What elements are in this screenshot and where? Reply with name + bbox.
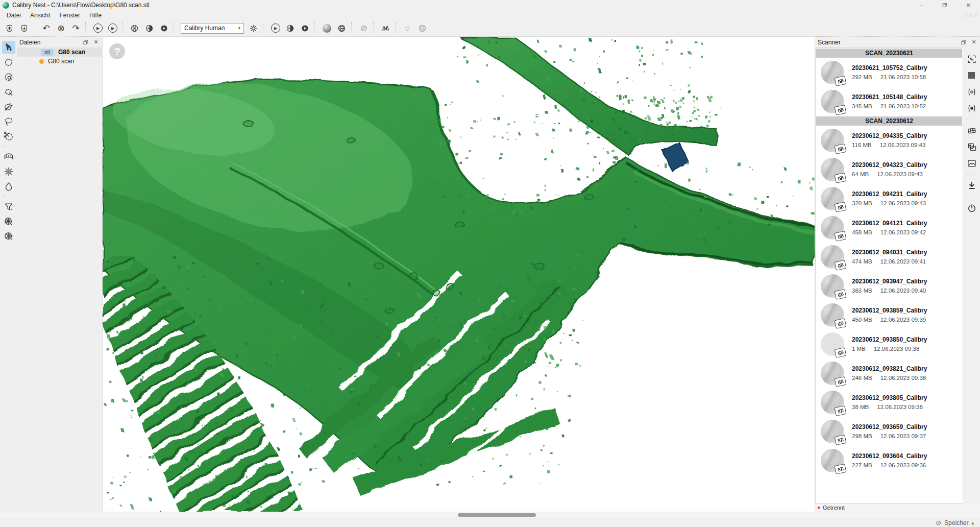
scan-list-item[interactable]: 20230612_093604_Calibry 227 MB 12.06.202… xyxy=(816,446,963,475)
scan-date: 21.06.2023 10:58 xyxy=(880,74,926,80)
toolbar-separator xyxy=(351,22,354,34)
window-title: Calibry Nest - C:\Users\Flow\Desktop\G80… xyxy=(12,2,150,9)
stop-button[interactable] xyxy=(965,69,978,82)
scan-size: 320 MB xyxy=(852,200,872,206)
circle-selection-button[interactable] xyxy=(2,56,15,68)
scan-list-item[interactable]: 20230621_105752_Calibry 292 MB 21.06.202… xyxy=(816,58,963,87)
scan-list-item[interactable]: 20230612_093659_Calibry 298 MB 12.06.202… xyxy=(816,417,963,446)
file-tree-root-row[interactable]: stl G80 scan xyxy=(17,47,102,57)
scan-list-item[interactable]: 20230621_105148_Calibry 345 MB 21.06.202… xyxy=(816,87,963,116)
scan-title: 20230612_093947_Calibry xyxy=(852,278,927,285)
scan-thumbnail xyxy=(821,274,844,298)
scan-type-badge-icon xyxy=(834,318,846,329)
mesh-scan-button[interactable] xyxy=(157,21,172,35)
scan-thumbnail xyxy=(821,362,844,385)
restore-button[interactable] xyxy=(933,0,957,10)
scan-thumbnail xyxy=(821,187,844,210)
viewport-3d[interactable]: ? xyxy=(102,36,815,512)
show-meshes-button[interactable] xyxy=(965,124,978,137)
scan-list: SCAN_20230621 20230621_105752_Calibry 29… xyxy=(815,47,963,504)
file-tree-child-row[interactable]: G80 scan xyxy=(17,57,102,66)
scan-list-item[interactable]: 20230612_094231_Calibry 320 MB 12.06.202… xyxy=(816,184,963,213)
scan-list-item[interactable]: 20230612_093859_Calibry 450 MB 12.06.202… xyxy=(816,300,963,329)
scan-list-item[interactable]: 20230612_094335_Calibry 116 MB 12.06.202… xyxy=(816,126,963,155)
polygon-selection-button[interactable] xyxy=(2,85,15,98)
scan-list-item[interactable]: 20230612_094031_Calibry 474 MB 12.06.202… xyxy=(816,242,963,271)
register-scan-button[interactable] xyxy=(127,21,142,35)
filter-tool-button[interactable] xyxy=(2,200,15,213)
minimize-button[interactable]: – xyxy=(910,0,933,10)
show-pointclouds-button[interactable] xyxy=(965,140,978,153)
power-button[interactable] xyxy=(965,202,978,214)
menu-ansicht[interactable]: Ansicht xyxy=(26,11,55,20)
show-textures-button[interactable] xyxy=(965,157,978,170)
wireframe-view-button[interactable] xyxy=(334,21,349,35)
scan-thumbnail xyxy=(821,303,844,327)
scan-list-item[interactable]: 20230612_093805_Calibry 38 MB 12.06.2023… xyxy=(816,388,963,417)
scan-type-badge-icon xyxy=(834,347,846,358)
scan-mode-outline-button[interactable] xyxy=(965,85,978,98)
hole-fill-tool-button[interactable] xyxy=(2,165,15,178)
cancel-button[interactable]: ⊗ xyxy=(54,21,68,35)
remesh-tool-button[interactable] xyxy=(2,230,15,243)
float-panel-button[interactable] xyxy=(960,39,967,46)
download-scan-button[interactable] xyxy=(965,179,978,192)
close-panel-button[interactable]: ✕ xyxy=(970,39,977,46)
import-scan-button[interactable] xyxy=(2,21,17,35)
help-button[interactable]: ? xyxy=(109,43,125,59)
scan-list-item[interactable]: 20230612_093850_Calibry 1 MB 12.06.2023 … xyxy=(816,329,963,358)
toolbar-separator xyxy=(395,22,398,34)
scan-size: 458 MB xyxy=(852,229,872,235)
scan-date: 12.06.2023 09:42 xyxy=(880,229,926,235)
scan-list-item[interactable]: 20230612_094323_Calibry 64 MB 12.06.2023… xyxy=(816,155,963,184)
version-label: 3.6.8 xyxy=(965,12,977,18)
magic-wand-selection-button[interactable] xyxy=(2,100,15,113)
sphere-view-button[interactable]: ○ xyxy=(400,21,415,35)
scan-list-item[interactable]: 20230612_094121_Calibry 458 MB 12.06.202… xyxy=(816,213,963,242)
start-process-button[interactable]: ▶ xyxy=(90,21,105,35)
lasso-selection-button[interactable] xyxy=(2,115,15,128)
close-button[interactable]: ✕ xyxy=(957,0,980,10)
redo-button[interactable]: ↷ xyxy=(68,21,83,35)
menu-datei[interactable]: Datei xyxy=(2,11,26,20)
bridge-tool-button[interactable] xyxy=(2,150,15,163)
smooth-tool-button[interactable] xyxy=(2,180,15,193)
expand-up-icon[interactable]: ▴ xyxy=(971,520,974,525)
scan-type-badge-icon xyxy=(834,173,846,183)
scan-date: 12.06.2023 09:38 xyxy=(877,404,923,410)
menu-hilfe[interactable]: Hilfe xyxy=(85,11,106,20)
scan-list-item[interactable]: 20230612_093947_Calibry 383 MB 12.06.202… xyxy=(816,271,963,300)
select-tool-button[interactable] xyxy=(2,41,15,54)
fit-view-button[interactable] xyxy=(965,53,978,65)
scan-list-item[interactable]: 20230612_093821_Calibry 246 MB 12.06.202… xyxy=(816,358,963,388)
close-panel-button[interactable]: ✕ xyxy=(92,39,100,46)
finalize-scan-button[interactable] xyxy=(142,21,157,35)
scanner-action-rail xyxy=(963,47,980,504)
texture-off-button[interactable]: ⊘ xyxy=(356,21,371,35)
undo-button[interactable]: ↶ xyxy=(39,21,54,35)
scanner-profile-select[interactable]: Calibry Human ▾ xyxy=(181,23,244,34)
memory-label[interactable]: Speicher xyxy=(944,519,968,526)
run-pipeline-button[interactable]: ▶ xyxy=(268,21,283,35)
brush-selection-button[interactable] xyxy=(2,70,15,83)
scan-mode-record-button[interactable] xyxy=(965,102,978,114)
scrollbar-thumb[interactable] xyxy=(458,513,536,517)
mesh-tool-button[interactable] xyxy=(378,21,393,35)
scan-date: 12.06.2023 09:39 xyxy=(880,317,926,323)
shaded-view-button[interactable] xyxy=(320,21,334,35)
tree-expand-chevron-icon[interactable] xyxy=(21,49,28,55)
scan-title: 20230621_105752_Calibry xyxy=(852,64,927,71)
cut-selection-button[interactable] xyxy=(2,130,15,142)
mesh-grid-button[interactable] xyxy=(415,21,430,35)
toolbar-separator xyxy=(34,22,36,34)
menu-fenster[interactable]: Fenster xyxy=(55,11,85,20)
pipeline-mesh-button[interactable] xyxy=(298,21,312,35)
rail-separator xyxy=(966,119,977,119)
simplify-tool-button[interactable] xyxy=(2,215,15,228)
export-scan-button[interactable] xyxy=(17,21,32,35)
float-panel-button[interactable] xyxy=(82,39,89,46)
scan-type-badge-icon xyxy=(834,405,846,416)
profile-settings-button[interactable] xyxy=(246,21,261,35)
pipeline-register-button[interactable] xyxy=(283,21,298,35)
start-step-button[interactable]: ▶ xyxy=(105,21,120,35)
